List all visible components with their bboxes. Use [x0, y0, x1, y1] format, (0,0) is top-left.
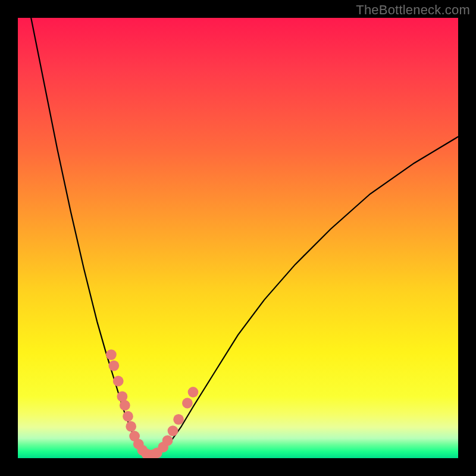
curve-group — [31, 18, 458, 458]
curve-left-branch — [31, 18, 150, 458]
dot-left-1 — [108, 361, 119, 371]
dot-left-0 — [106, 349, 117, 360]
chart-overlay — [18, 18, 458, 458]
dot-right-2 — [168, 425, 178, 436]
watermark-text: TheBottleneck.com — [356, 2, 470, 18]
dot-left-6 — [126, 421, 136, 432]
dot-right-1 — [162, 436, 173, 446]
chart-frame: TheBottleneck.com — [0, 0, 476, 476]
dot-bottom-4 — [152, 447, 162, 458]
dot-left-2 — [113, 376, 124, 387]
dot-right-5 — [188, 387, 199, 397]
dot-group — [106, 349, 198, 458]
dot-right-3 — [173, 414, 184, 425]
dot-left-4 — [120, 400, 130, 411]
curve-right-branch — [150, 137, 458, 458]
dot-left-5 — [123, 411, 133, 422]
dot-right-4 — [182, 398, 193, 409]
